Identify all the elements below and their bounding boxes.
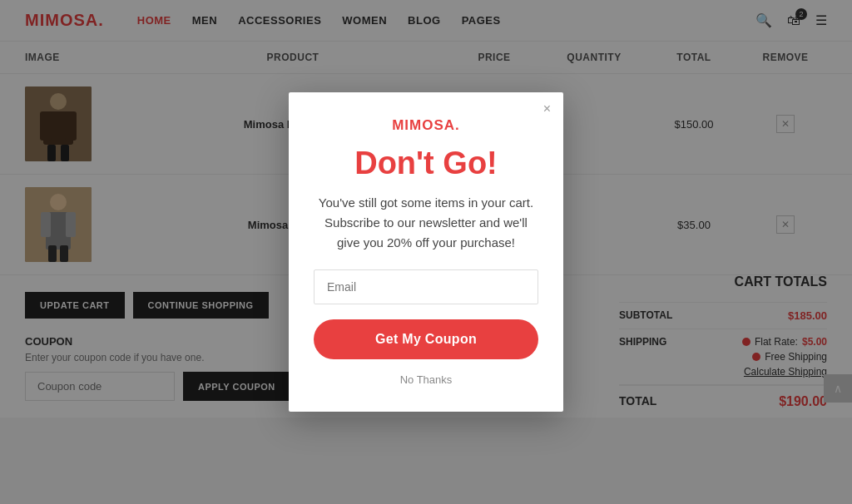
no-thanks-button[interactable]: No Thanks xyxy=(400,373,453,386)
modal-close-button[interactable]: × xyxy=(543,102,551,116)
modal-headline: Don't Go! xyxy=(314,146,538,181)
get-coupon-button[interactable]: Get My Coupon xyxy=(314,319,538,359)
modal: × MIMOSA. Don't Go! You've still got som… xyxy=(289,92,563,413)
modal-logo: MIMOSA. xyxy=(314,117,538,134)
modal-overlay: × MIMOSA. Don't Go! You've still got som… xyxy=(0,0,852,504)
modal-email-input[interactable] xyxy=(314,269,538,304)
modal-body-text: You've still got some items in your cart… xyxy=(314,193,538,253)
